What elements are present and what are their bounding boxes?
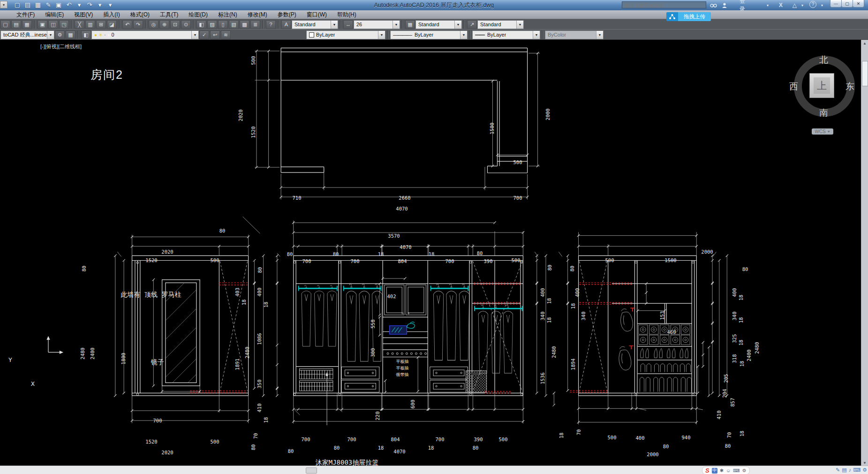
ime-keyboard-icon[interactable]: ⌨ — [733, 468, 740, 473]
toolbar-overflow-icon[interactable]: ▾ — [0, 1, 8, 8]
dim-style-combo[interactable]: 26▼ — [354, 20, 400, 29]
menu-item[interactable]: 修改(M) — [242, 10, 272, 19]
sogou-logo-icon[interactable]: S — [705, 467, 709, 474]
table-style-combo[interactable]: Standard▼ — [415, 20, 462, 29]
chevron-down-icon[interactable]: ▼ — [331, 21, 338, 29]
mleader-style-icon[interactable]: ↗ — [467, 20, 477, 29]
text-style-icon[interactable]: A — [281, 20, 291, 29]
menu-item[interactable]: 窗口(W) — [302, 10, 332, 19]
paste-icon[interactable]: ⊞ — [96, 20, 106, 29]
cut-icon[interactable]: ╳ — [75, 20, 84, 29]
chevron-down-icon[interactable]: ▼ — [460, 31, 467, 39]
maximize-button[interactable]: ▢ — [841, 0, 853, 8]
signin-link[interactable]: 登录 — [740, 1, 745, 9]
viewcube-west[interactable]: 西 — [789, 81, 798, 93]
help-icon[interactable]: ? — [266, 20, 276, 29]
menu-item[interactable]: 帮助(H) — [332, 10, 362, 19]
vertical-scroll-thumb[interactable] — [862, 61, 868, 86]
save-icon[interactable]: ▦ — [22, 20, 32, 29]
menu-item[interactable]: 工具(T) — [155, 10, 183, 19]
viewport-controls[interactable]: [-][俯视][二维线框] — [40, 43, 82, 50]
plot-icon[interactable]: ▣ — [38, 20, 47, 29]
properties-icon[interactable]: ◧ — [196, 20, 206, 29]
layer-previous-icon[interactable]: ↩ — [210, 30, 220, 39]
drag-upload-button[interactable]: 拖拽上传 — [666, 12, 711, 21]
text-style-combo[interactable]: Standard▼ — [292, 20, 338, 29]
make-current-layer-icon[interactable]: ✓ — [199, 30, 209, 39]
dim-style-icon[interactable]: ↔ — [343, 20, 353, 29]
menu-item[interactable]: 格式(O) — [125, 10, 155, 19]
color-combo[interactable]: ByLayer▼ — [306, 30, 385, 39]
lineweight-combo[interactable]: ——ByLayer▼ — [472, 30, 540, 39]
open-icon[interactable]: ▤ — [11, 20, 21, 29]
a360-icon[interactable]: △ — [793, 1, 797, 9]
zoom-realtime-icon[interactable]: ⊕ — [159, 20, 169, 29]
markup-icon[interactable]: ▩ — [240, 20, 249, 29]
scroll-down-icon[interactable]: ▼ — [861, 459, 868, 466]
designcenter-icon[interactable]: ▨ — [207, 20, 217, 29]
layer-match-icon[interactable]: ≋ — [221, 30, 231, 39]
layer-lock-icon[interactable]: ▪ — [104, 32, 106, 38]
signin-dropdown-icon[interactable]: ▾ — [767, 1, 769, 9]
chevron-down-icon[interactable]: ▼ — [378, 31, 385, 39]
menu-item[interactable]: 参数(P) — [272, 10, 302, 19]
pan-icon[interactable]: ◎ — [149, 20, 159, 29]
ime-toolbar[interactable]: S 中 ✱☺⌨⚙ — [702, 466, 750, 474]
vertical-scrollbar[interactable]: ▲ ▼ — [861, 40, 868, 466]
minimize-button[interactable]: — — [830, 0, 842, 8]
zoom-previous-icon[interactable]: ⊙ — [181, 20, 191, 29]
close-button[interactable]: ✕ — [853, 0, 864, 8]
zoom-window-icon[interactable]: ⊡ — [170, 20, 180, 29]
undo-icon[interactable]: ↶ — [122, 20, 132, 29]
redo-icon[interactable]: ↷ — [133, 20, 143, 29]
scroll-up-icon[interactable]: ▲ — [861, 40, 868, 46]
layer-combo[interactable]: ●☀▪■ 0 ▼ — [91, 30, 199, 39]
table-style-icon[interactable]: ▦ — [405, 20, 415, 29]
ime-face-icon[interactable]: ☺ — [726, 468, 731, 473]
exchange-icon[interactable]: X — [779, 1, 783, 9]
sheetset-icon[interactable]: ▧ — [229, 20, 239, 29]
workspace-settings-icon[interactable]: ⚙ — [55, 30, 65, 39]
tray-tool-icon[interactable]: ⚙ — [862, 467, 867, 473]
chevron-down-icon[interactable]: ▼ — [454, 21, 461, 29]
menu-item[interactable]: 绘图(D) — [183, 10, 213, 19]
mleader-style-combo[interactable]: Standard▼ — [477, 20, 524, 29]
chevron-down-icon[interactable]: ▼ — [392, 21, 400, 29]
qnew-icon[interactable]: ▢ — [0, 20, 10, 29]
horizontal-scroll-thumb[interactable] — [306, 467, 317, 474]
layer-properties-icon[interactable]: ◧ — [81, 30, 91, 39]
copy-icon[interactable]: ▥ — [85, 20, 95, 29]
tool-palettes-icon[interactable]: ▯ — [218, 20, 228, 29]
chevron-down-icon[interactable]: ▼ — [47, 31, 54, 39]
tray-panel-icon[interactable]: ▤ — [842, 467, 846, 473]
menu-item[interactable]: 标注(N) — [213, 10, 242, 19]
tray-sound-icon[interactable]: ♪ — [849, 467, 852, 473]
ime-symbol-icon[interactable]: ✱ — [720, 468, 724, 473]
plot-preview-icon[interactable]: ◫ — [48, 20, 58, 29]
menu-item[interactable]: 编辑(E) — [40, 10, 69, 19]
workspace-combo[interactable]: toCAD 经典...inese) 移植▼ — [0, 30, 54, 39]
menu-item[interactable]: 视图(V) — [69, 10, 98, 19]
menu-item[interactable]: 插入(I) — [98, 10, 125, 19]
layer-color-icon[interactable]: ■ — [107, 32, 110, 38]
viewcube-south[interactable]: 南 — [819, 107, 828, 119]
chevron-down-icon[interactable]: ▼ — [191, 31, 198, 39]
ime-settings-icon[interactable]: ⚙ — [742, 468, 747, 473]
layer-on-icon[interactable]: ● — [94, 32, 97, 38]
workspace-grid-icon[interactable]: ▦ — [66, 30, 75, 39]
menu-item[interactable]: 文件(F) — [11, 10, 40, 19]
viewcube-top-face[interactable]: 上 — [809, 73, 834, 98]
viewcube-east[interactable]: 东 — [845, 81, 854, 93]
chevron-down-icon[interactable]: ▼ — [516, 21, 523, 29]
help-dropdown-icon[interactable]: ▾ — [821, 1, 823, 9]
viewcube-north[interactable]: 北 — [819, 54, 828, 66]
help-icon[interactable]: ? — [809, 1, 816, 8]
a360-dropdown-icon[interactable]: ▾ — [801, 1, 803, 9]
quickcalc-icon[interactable]: ≣ — [250, 20, 260, 29]
search-icon[interactable] — [710, 1, 717, 9]
publish-icon[interactable]: ◳ — [59, 20, 69, 29]
ime-mode-icon[interactable]: 中 — [712, 468, 717, 474]
match-properties-icon[interactable]: ◪ — [107, 20, 117, 29]
user-icon[interactable] — [722, 1, 727, 9]
layer-freeze-icon[interactable]: ☀ — [98, 32, 103, 38]
